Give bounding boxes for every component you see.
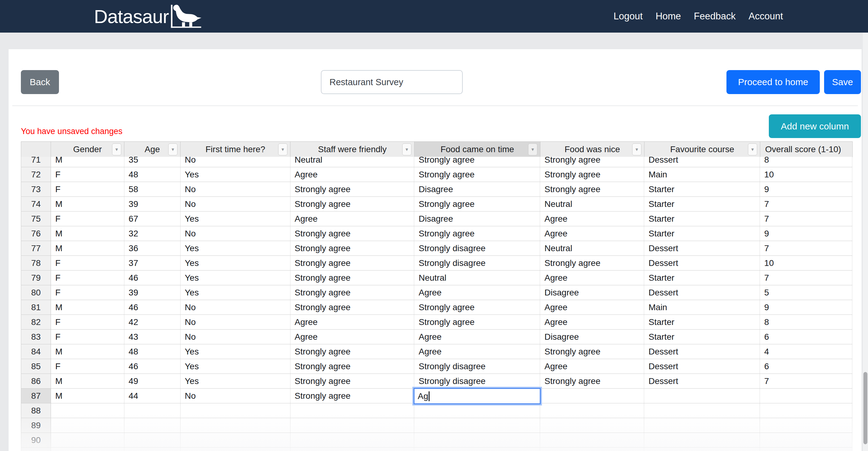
- table-cell[interactable]: [540, 403, 644, 418]
- table-cell[interactable]: Yes: [180, 344, 290, 359]
- row-header[interactable]: 87: [21, 389, 51, 403]
- table-cell[interactable]: Strongly agree: [290, 359, 414, 374]
- table-cell[interactable]: Strongly agree: [290, 389, 414, 403]
- table-cell[interactable]: F: [51, 315, 124, 330]
- table-cell[interactable]: 10: [760, 256, 852, 271]
- table-cell[interactable]: Agree: [540, 359, 644, 374]
- table-cell[interactable]: Dessert: [644, 359, 760, 374]
- row-header[interactable]: 88: [21, 403, 51, 418]
- table-cell[interactable]: Agree: [290, 212, 414, 226]
- row-header[interactable]: 81: [21, 300, 51, 315]
- table-cell[interactable]: M: [51, 226, 124, 241]
- table-cell[interactable]: [290, 433, 414, 448]
- table-cell[interactable]: M: [51, 374, 124, 389]
- table-cell[interactable]: No: [180, 157, 290, 167]
- filter-dropdown-icon[interactable]: ▼: [402, 143, 411, 155]
- table-cell[interactable]: 7: [760, 197, 852, 212]
- table-cell[interactable]: Strongly agree: [290, 241, 414, 256]
- nav-link-logout[interactable]: Logout: [614, 11, 643, 22]
- table-cell[interactable]: Agree: [414, 330, 540, 344]
- table-cell[interactable]: F: [51, 285, 124, 300]
- table-cell[interactable]: F: [51, 271, 124, 285]
- table-cell[interactable]: Strongly agree: [290, 374, 414, 389]
- table-cell[interactable]: [51, 418, 124, 433]
- table-cell[interactable]: Strongly disagree: [414, 256, 540, 271]
- column-header[interactable]: Favourite course▼: [645, 142, 760, 157]
- table-cell[interactable]: Strongly agree: [540, 167, 644, 182]
- table-cell[interactable]: Starter: [644, 212, 760, 226]
- table-cell[interactable]: [124, 403, 180, 418]
- table-cell[interactable]: Strongly agree: [540, 374, 644, 389]
- table-cell[interactable]: Main: [644, 300, 760, 315]
- table-cell[interactable]: 8: [760, 315, 852, 330]
- table-cell[interactable]: Agree: [290, 315, 414, 330]
- row-header[interactable]: 82: [21, 315, 51, 330]
- table-cell[interactable]: M: [51, 300, 124, 315]
- row-header[interactable]: 73: [21, 182, 51, 197]
- table-cell[interactable]: F: [51, 212, 124, 226]
- table-cell[interactable]: 6: [760, 330, 852, 344]
- table-cell[interactable]: No: [180, 197, 290, 212]
- table-cell[interactable]: 8: [760, 157, 852, 167]
- table-cell[interactable]: 48: [124, 344, 180, 359]
- table-cell[interactable]: 48: [124, 167, 180, 182]
- table-cell[interactable]: No: [180, 330, 290, 344]
- table-cell[interactable]: Strongly agree: [414, 226, 540, 241]
- table-cell[interactable]: [180, 418, 290, 433]
- table-cell[interactable]: [760, 389, 852, 403]
- table-cell[interactable]: Strongly agree: [414, 315, 540, 330]
- row-header[interactable]: 91: [21, 448, 51, 451]
- table-cell[interactable]: [124, 448, 180, 451]
- table-cell[interactable]: Yes: [180, 285, 290, 300]
- table-cell[interactable]: 7: [760, 271, 852, 285]
- table-cell[interactable]: Yes: [180, 256, 290, 271]
- table-cell[interactable]: [540, 433, 644, 448]
- table-cell[interactable]: [290, 448, 414, 451]
- table-cell[interactable]: No: [180, 300, 290, 315]
- table-cell[interactable]: Agree: [540, 226, 644, 241]
- column-header[interactable]: First time here?▼: [181, 142, 290, 157]
- table-cell[interactable]: Strongly agree: [290, 226, 414, 241]
- row-header[interactable]: 75: [21, 212, 51, 226]
- table-cell[interactable]: [180, 403, 290, 418]
- table-cell[interactable]: 9: [760, 300, 852, 315]
- table-cell[interactable]: [644, 418, 760, 433]
- table-cell[interactable]: Strongly agree: [290, 271, 414, 285]
- table-cell[interactable]: Disagree: [540, 330, 644, 344]
- table-cell[interactable]: 9: [760, 226, 852, 241]
- cell-editor[interactable]: Ag: [413, 388, 541, 404]
- row-header[interactable]: 80: [21, 285, 51, 300]
- table-cell[interactable]: 7: [760, 374, 852, 389]
- table-cell[interactable]: M: [51, 157, 124, 167]
- table-cell[interactable]: [760, 403, 852, 418]
- table-cell[interactable]: Starter: [644, 197, 760, 212]
- row-header[interactable]: 74: [21, 197, 51, 212]
- table-cell[interactable]: 7: [760, 241, 852, 256]
- table-cell[interactable]: Yes: [180, 167, 290, 182]
- table-cell[interactable]: Dessert: [644, 344, 760, 359]
- table-cell[interactable]: Neutral: [540, 241, 644, 256]
- table-cell[interactable]: M: [51, 197, 124, 212]
- table-cell[interactable]: Strongly agree: [540, 182, 644, 197]
- row-header[interactable]: 72: [21, 167, 51, 182]
- table-cell[interactable]: [414, 448, 540, 451]
- table-cell[interactable]: 5: [760, 285, 852, 300]
- table-cell[interactable]: Agree: [540, 300, 644, 315]
- table-cell[interactable]: No: [180, 226, 290, 241]
- table-cell[interactable]: Yes: [180, 241, 290, 256]
- table-cell[interactable]: [290, 418, 414, 433]
- table-cell[interactable]: [414, 403, 540, 418]
- column-header[interactable]: Food was nice▼: [540, 142, 645, 157]
- table-cell[interactable]: [180, 448, 290, 451]
- column-header[interactable]: Age▼: [124, 142, 181, 157]
- table-cell[interactable]: Yes: [180, 359, 290, 374]
- table-cell[interactable]: Dessert: [644, 374, 760, 389]
- table-cell[interactable]: Agree: [290, 330, 414, 344]
- filter-dropdown-icon[interactable]: ▼: [528, 143, 537, 155]
- table-cell[interactable]: Yes: [180, 212, 290, 226]
- table-cell[interactable]: Agree: [414, 344, 540, 359]
- table-cell[interactable]: No: [180, 182, 290, 197]
- table-cell[interactable]: Starter: [644, 271, 760, 285]
- table-cell[interactable]: [51, 403, 124, 418]
- column-header[interactable]: Food came on time▼: [414, 142, 540, 157]
